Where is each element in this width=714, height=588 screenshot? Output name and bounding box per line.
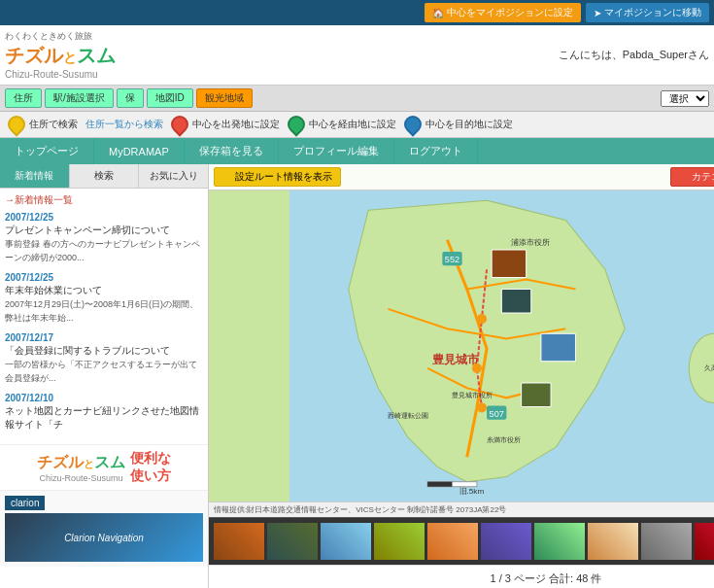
- set-myposition-button[interactable]: 🏠 中心をマイポジションに設定: [425, 3, 581, 22]
- news-date-4: 2007/12/10: [5, 393, 203, 403]
- svg-point-5: [477, 402, 487, 412]
- pin-blue: [400, 112, 425, 136]
- news-title-1: プレゼントキャンペーン締切について 事前登録 春の方へのカーナビプレゼントキャン…: [5, 224, 203, 264]
- greeting: こんにちは、Pabda_Superさん: [559, 48, 709, 62]
- small-logo: チズルとスム: [37, 452, 125, 473]
- svg-text:豊見城市: 豊見城市: [432, 353, 480, 366]
- nav-mydramap[interactable]: MyDRAMAP: [94, 140, 185, 163]
- nav-bar: 住所 駅/施設選択 保 地図ID 観光地域 選択: [0, 86, 714, 112]
- arrow-icon: ➤: [594, 8, 601, 18]
- clarion-label: clarion: [5, 496, 45, 510]
- nav-profile[interactable]: プロフィール編集: [279, 138, 394, 164]
- map-toolbar-right: カテゴリ選択 ルート検索結果を表示: [670, 167, 714, 187]
- nav-top[interactable]: トップページ: [0, 138, 94, 164]
- map-svg: 豊見城市 浦添市役所 豊見城市役所 西崎運転公園 糸満市役所 須久名山 552 …: [209, 190, 714, 502]
- logo: わくわくときめく旅旅 チズルとスム Chizu-Route-Susumu: [5, 30, 116, 80]
- svg-rect-17: [492, 250, 527, 277]
- news-date-2: 2007/12/25: [5, 272, 203, 283]
- tab-favorites[interactable]: お気に入り: [139, 164, 208, 188]
- content: 新着情報 検索 お気に入り →新着情報一覧 2007/12/25 プレゼントキャ…: [0, 164, 714, 588]
- nav-logout[interactable]: ログアウト: [394, 138, 478, 164]
- triangle-icon: [222, 173, 232, 181]
- nav-address[interactable]: 住所: [5, 88, 42, 108]
- svg-rect-20: [522, 383, 551, 406]
- news-title-4: ネット地図とカーナビ紐リンクさせた地図情報サイト「チ: [5, 404, 203, 432]
- news-item: 2007/12/25 プレゼントキャンペーン締切について 事前登録 春の方へのカ…: [5, 212, 203, 264]
- svg-text:浦添市役所: 浦添市役所: [511, 238, 550, 247]
- category-select[interactable]: 選択: [661, 90, 709, 107]
- svg-text:旧.5km: 旧.5km: [459, 487, 485, 496]
- set-destination[interactable]: 中心を目的地に設定: [404, 116, 513, 133]
- tab-news[interactable]: 新着情報: [0, 164, 70, 188]
- map-toolbar: 設定ルート情報を表示 カテゴリ選択 ルート検索結果を表示: [209, 164, 714, 190]
- logo-tagline: わくわくときめく旅旅: [5, 30, 116, 43]
- photo-thumb[interactable]: [321, 523, 371, 560]
- set-departure[interactable]: 中心を出発地に設定: [171, 116, 280, 133]
- svg-text:豊見城市役所: 豊見城市役所: [452, 392, 493, 399]
- address-list-link[interactable]: 住所一覧から検索: [85, 118, 163, 131]
- move-myposition-button[interactable]: ➤ マイポジションに移動: [586, 3, 709, 22]
- svg-point-4: [472, 363, 482, 373]
- select-wrap: 選択: [661, 90, 709, 107]
- svg-text:久高島: 久高島: [704, 364, 714, 372]
- location-bar: 住所で検索 住所一覧から検索 中心を出発地に設定 中心を経由地に設定 中心を目的…: [0, 112, 714, 138]
- photo-strip: ▶: [209, 517, 714, 565]
- tabs: 新着情報 検索 お気に入り: [0, 164, 208, 189]
- photo-thumb[interactable]: [534, 523, 585, 560]
- map-area: 設定ルート情報を表示 カテゴリ選択 ルート検索結果を表示: [209, 164, 714, 588]
- photo-thumb[interactable]: [374, 523, 425, 560]
- photo-thumb[interactable]: [214, 523, 264, 560]
- nav-station[interactable]: 駅/施設選択: [45, 88, 114, 108]
- svg-rect-18: [501, 290, 530, 313]
- news-item: 2007/12/25 年末年始休業について 2007年12月29日(土)〜200…: [5, 272, 203, 325]
- address-search[interactable]: 住所で検索: [8, 116, 78, 133]
- nav-save[interactable]: 保: [117, 88, 144, 108]
- show-route-btn[interactable]: 設定ルート情報を表示: [214, 167, 341, 187]
- set-waypoint[interactable]: 中心を経由地に設定: [288, 116, 396, 133]
- use-text-1: 便利な: [130, 450, 171, 467]
- photo-thumb[interactable]: [427, 523, 478, 560]
- logo-section: チズルとスム Chizu-Route-Susumu 便利な 使い方: [0, 444, 208, 490]
- photo-thumb[interactable]: [588, 523, 638, 560]
- news-title-2: 年末年始休業について 2007年12月29日(土)〜2008年1月6日(日)の期…: [5, 284, 203, 325]
- map-info: 情報提供:財日本道路交通情報センター、VICSセンター 制制許諾番号 2073J…: [209, 502, 714, 517]
- pin-yellow: [4, 112, 28, 136]
- svg-rect-19: [541, 333, 576, 361]
- main-nav: トップページ MyDRAMAP 保存箱を見る プロフィール編集 ログアウト: [0, 138, 714, 164]
- news-all-link[interactable]: →新着情報一覧: [5, 193, 203, 207]
- logo-main: チズルとスム: [5, 43, 116, 69]
- small-logo-sub: Chizu-Route-Susumu: [37, 473, 125, 483]
- news-section: →新着情報一覧 2007/12/25 プレゼントキャンペーン締切について 事前登…: [0, 189, 208, 444]
- clarion-section: clarion Clarion Navigation: [0, 490, 208, 567]
- pin-green: [284, 112, 308, 136]
- nav-storage[interactable]: 保存箱を見る: [185, 138, 279, 164]
- pagination: 1 / 3 ページ 合計: 48 件: [209, 565, 714, 588]
- tab-search[interactable]: 検索: [70, 164, 140, 188]
- use-text-2: 使い方: [130, 467, 171, 485]
- header: わくわくときめく旅旅 チズルとスム Chizu-Route-Susumu こんに…: [0, 25, 714, 86]
- svg-text:552: 552: [445, 255, 459, 264]
- news-title-3: 「会員登録に関するトラブルについて 一部の皆様から「不正アクセスするエラーが出て…: [5, 344, 203, 385]
- news-item: 2007/12/17 「会員登録に関するトラブルについて 一部の皆様から「不正ア…: [5, 332, 203, 385]
- left-panel: 新着情報 検索 お気に入り →新着情報一覧 2007/12/25 プレゼントキャ…: [0, 164, 209, 588]
- svg-text:西崎運転公園: 西崎運転公園: [388, 412, 428, 420]
- clarion-banner[interactable]: Clarion Navigation: [5, 513, 203, 562]
- category-btn[interactable]: カテゴリ選択: [670, 167, 714, 187]
- svg-point-3: [477, 314, 487, 324]
- photo-thumb[interactable]: [641, 523, 692, 560]
- photo-thumb[interactable]: [695, 523, 714, 560]
- nav-sightseeing[interactable]: 観光地域: [196, 88, 253, 108]
- svg-text:507: 507: [490, 409, 504, 419]
- nav-mapid[interactable]: 地図ID: [147, 88, 193, 108]
- map-container[interactable]: 豊見城市 浦添市役所 豊見城市役所 西崎運転公園 糸満市役所 須久名山 552 …: [209, 190, 714, 502]
- photo-thumb[interactable]: [481, 523, 531, 560]
- top-bar: 🏠 中心をマイポジションに設定 ➤ マイポジションに移動: [0, 0, 714, 25]
- triangle-icon: [679, 173, 689, 181]
- photo-thumb[interactable]: [267, 523, 318, 560]
- logo-subtitle: Chizu-Route-Susumu: [5, 69, 116, 80]
- news-date-1: 2007/12/25: [5, 212, 203, 223]
- news-date-3: 2007/12/17: [5, 332, 203, 343]
- pin-red: [167, 112, 191, 136]
- news-item: 2007/12/10 ネット地図とカーナビ紐リンクさせた地図情報サイト「チ: [5, 393, 203, 432]
- svg-text:糸満市役所: 糸満市役所: [487, 436, 521, 444]
